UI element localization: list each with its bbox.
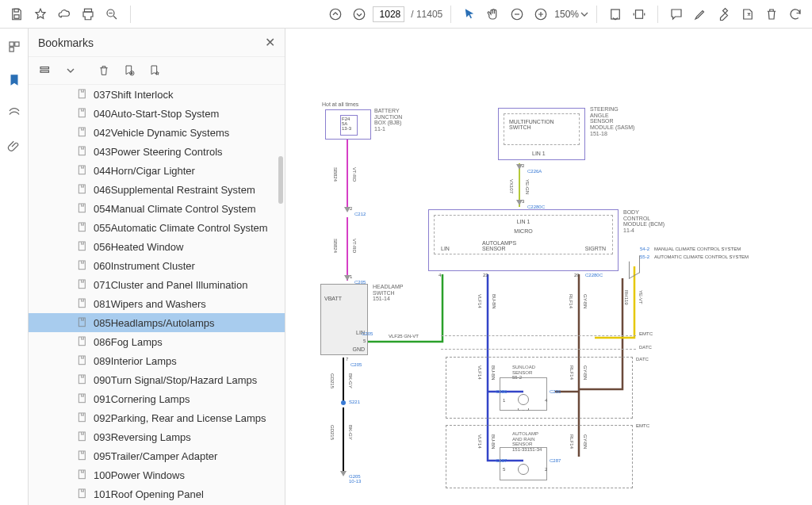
svg-rect-8 (611, 10, 620, 19)
bookmark-item[interactable]: 060Instrument Cluster (29, 256, 285, 275)
fit-width-icon[interactable] (605, 4, 626, 25)
bookmark-item[interactable]: 090Turn Signal/Stop/Hazard Lamps (29, 370, 285, 389)
svg-rect-12 (10, 48, 13, 52)
bookmark-item[interactable]: 100Power Windows (29, 465, 285, 484)
expand-icon[interactable] (36, 62, 54, 79)
zoom-out-icon[interactable] (507, 4, 527, 25)
scrollbar[interactable] (278, 85, 283, 505)
svg-rect-16 (79, 90, 85, 98)
page-down-icon[interactable] (349, 4, 370, 25)
page-total: / 11405 (411, 9, 442, 20)
bookmark-item[interactable]: 043Power Steering Controls (29, 142, 285, 161)
save-icon[interactable] (6, 4, 27, 25)
bookmark-item[interactable]: 093Reversing Lamps (29, 427, 285, 446)
wiring-diagram: Hot at all times F24 5A 13-3 BATTERY JUN… (309, 29, 809, 504)
svg-rect-14 (40, 71, 49, 72)
svg-rect-30 (79, 356, 85, 365)
bookmarks-icon[interactable] (6, 71, 23, 89)
svg-rect-35 (79, 451, 85, 460)
diagram-label: BODY CONTROL MODULE (BCM) 11-4 (623, 209, 665, 234)
svg-rect-25 (79, 261, 85, 270)
svg-rect-19 (79, 147, 85, 155)
sidebar-rail (0, 29, 29, 505)
svg-rect-31 (79, 375, 85, 384)
hand-icon[interactable] (483, 4, 504, 25)
svg-rect-21 (79, 185, 85, 193)
sasm-box: MULTIFUNCTION SWITCH LIN 1 (498, 108, 585, 160)
bookmark-item[interactable]: 037Shift Interlock (29, 85, 285, 104)
svg-rect-29 (79, 337, 85, 346)
close-icon[interactable]: ✕ (265, 35, 275, 50)
sign-icon[interactable] (737, 4, 758, 25)
print-icon[interactable] (78, 4, 98, 25)
bookmark-item[interactable]: 101Roof Opening Panel (29, 484, 285, 503)
headlamp-switch-box: VBATT LIN GND (320, 284, 368, 355)
svg-rect-27 (79, 299, 85, 308)
svg-rect-9 (636, 10, 643, 18)
star-icon[interactable] (30, 4, 51, 25)
document-viewport[interactable]: Hot at all times F24 5A 13-3 BATTERY JUN… (285, 29, 812, 505)
bookmark-item[interactable]: 042Vehicle Dynamic Systems (29, 123, 285, 142)
bookmark-item[interactable]: 054Manual Climate Control System (29, 199, 285, 218)
bookmark-item[interactable]: 092Parking, Rear and License Lamps (29, 408, 285, 427)
sunload-sensor-box (500, 377, 547, 411)
add-bookmark-icon[interactable] (121, 62, 138, 79)
svg-point-4 (331, 9, 342, 20)
svg-marker-42 (340, 471, 347, 476)
svg-rect-11 (14, 42, 18, 46)
bookmark-item[interactable]: 071Cluster and Panel Illumination (29, 275, 285, 294)
erase-icon[interactable] (714, 4, 734, 25)
svg-rect-32 (79, 394, 85, 403)
options-chevron-icon[interactable] (62, 62, 79, 79)
diagram-label: HEADLAMP SWITCH 151-14 (373, 284, 404, 302)
bookmark-item[interactable]: 085Headlamps/Autolamps (29, 313, 285, 332)
diagram-label: Hot at all times (322, 101, 358, 108)
page-input[interactable] (373, 6, 404, 22)
highlight-icon[interactable] (690, 4, 710, 25)
zoom-fit-icon[interactable] (102, 4, 122, 25)
bcm-box: LIN 1 MICRO LIN AUTOLAMPS SENSOR SIGRTN (428, 209, 619, 271)
delete-icon[interactable] (761, 4, 782, 25)
svg-rect-1 (14, 14, 19, 18)
bookmark-item[interactable]: 081Wipers and Washers (29, 294, 285, 313)
svg-rect-33 (79, 413, 85, 422)
bookmark-star-icon[interactable] (146, 62, 163, 79)
bookmarks-panel: Bookmarks ✕ 037Shift Interlock040Auto-St… (29, 29, 285, 505)
bookmarks-list[interactable]: 037Shift Interlock040Auto-Start-Stop Sys… (29, 85, 285, 505)
zoom-level[interactable]: 150% (554, 9, 588, 20)
undo-icon[interactable] (785, 4, 806, 25)
svg-point-5 (354, 9, 366, 20)
svg-rect-37 (79, 489, 85, 498)
bookmark-item[interactable]: 091Cornering Lamps (29, 389, 285, 408)
svg-rect-24 (79, 242, 85, 251)
svg-rect-20 (79, 166, 85, 174)
top-toolbar: / 11405 150% (0, 0, 812, 29)
bookmark-item[interactable]: 040Auto-Start-Stop System (29, 104, 285, 123)
bookmark-item[interactable]: 086Fog Lamps (29, 332, 285, 351)
bookmark-item[interactable]: 055Automatic Climate Control System (29, 218, 285, 237)
thumbnails-icon[interactable] (6, 38, 23, 55)
svg-rect-23 (79, 223, 85, 231)
comment-icon[interactable] (666, 4, 687, 25)
cloud-icon[interactable] (54, 4, 75, 25)
bookmark-item[interactable]: 056Heated Window (29, 237, 285, 256)
delete-bookmark-icon[interactable] (95, 62, 113, 79)
diagram-label: STEERING ANGLE SENSOR MODULE (SASM) 151-… (590, 106, 634, 136)
page-up-icon[interactable] (325, 4, 346, 25)
svg-rect-28 (79, 318, 85, 327)
panel-title: Bookmarks (38, 36, 94, 49)
bookmark-item[interactable]: 046Supplemental Restraint System (29, 180, 285, 199)
zoom-in-icon[interactable] (530, 4, 551, 25)
pointer-icon[interactable] (459, 4, 480, 25)
attachments-icon[interactable] (6, 138, 23, 155)
panel-tools (29, 57, 285, 85)
bookmark-item[interactable]: 095Trailer/Camper Adapter (29, 446, 285, 465)
bookmark-item[interactable]: 044Horn/Cigar Lighter (29, 161, 285, 180)
bookmark-item[interactable]: 089Interior Lamps (29, 351, 285, 370)
layers-icon[interactable] (6, 105, 23, 122)
rotate-icon[interactable] (629, 4, 649, 25)
svg-rect-18 (79, 128, 85, 136)
svg-rect-17 (79, 109, 85, 117)
svg-point-43 (341, 400, 346, 405)
svg-rect-10 (10, 42, 13, 46)
